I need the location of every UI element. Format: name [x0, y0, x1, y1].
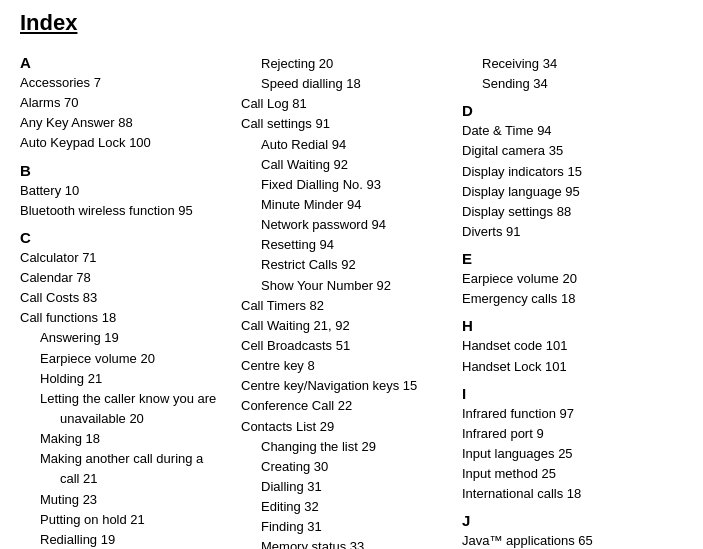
list-item: Call Log 81 [241, 94, 452, 114]
list-item: Call Waiting 21, 92 [241, 316, 452, 336]
list-item: Any Key Answer 88 [20, 113, 231, 133]
list-item: Finding 31 [241, 517, 452, 537]
list-item: Show Your Number 92 [241, 276, 452, 296]
page-title: Index [20, 10, 683, 36]
list-item: Call settings 91 [241, 114, 452, 134]
list-item: Editing 32 [241, 497, 452, 517]
list-item: Resetting 94 [241, 235, 452, 255]
column-1: A Accessories 7 Alarms 70 Any Key Answer… [20, 46, 241, 549]
list-item: Changing the list 29 [241, 437, 452, 457]
list-item: Calendar 78 [20, 268, 231, 288]
letter-c: C [20, 229, 231, 246]
list-item: Handset Lock 101 [462, 357, 673, 377]
list-item: Fixed Dialling No. 93 [241, 175, 452, 195]
list-item: Alarms 70 [20, 93, 231, 113]
list-item: Receiving 34 [462, 54, 673, 74]
list-item: Digital camera 35 [462, 141, 673, 161]
list-item: Call Waiting 92 [241, 155, 452, 175]
list-item: Creating 30 [241, 457, 452, 477]
list-item: Call functions 18 [20, 308, 231, 328]
list-item: Emergency calls 18 [462, 289, 673, 309]
list-item: Memory status 33 [241, 537, 452, 549]
list-item: Rejecting 20 [241, 54, 452, 74]
index-columns: A Accessories 7 Alarms 70 Any Key Answer… [20, 46, 683, 549]
list-item: Contacts List 29 [241, 417, 452, 437]
list-item: Minute Minder 94 [241, 195, 452, 215]
list-item: Restrict Calls 92 [241, 255, 452, 275]
list-item: Making another call during acall 21 [20, 449, 231, 489]
list-item: Centre key 8 [241, 356, 452, 376]
list-item: Sending 34 [462, 74, 673, 94]
list-item: Answering 19 [20, 328, 231, 348]
letter-d: D [462, 102, 673, 119]
letter-e: E [462, 250, 673, 267]
list-item: Call Costs 83 [20, 288, 231, 308]
letter-i: I [462, 385, 673, 402]
list-item: Making 18 [20, 429, 231, 449]
list-item: Date & Time 94 [462, 121, 673, 141]
list-item: Java™ applications 65 [462, 531, 673, 549]
list-item: International calls 18 [462, 484, 673, 504]
letter-h: H [462, 317, 673, 334]
list-item: Bluetooth wireless function 95 [20, 201, 231, 221]
list-item: Conference Call 22 [241, 396, 452, 416]
list-item: Auto Redial 94 [241, 135, 452, 155]
list-item: Input method 25 [462, 464, 673, 484]
list-item: Display indicators 15 [462, 162, 673, 182]
list-item: Battery 10 [20, 181, 231, 201]
list-item: Input languages 25 [462, 444, 673, 464]
list-item: Display language 95 [462, 182, 673, 202]
list-item: Holding 21 [20, 369, 231, 389]
column-3: Receiving 34 Sending 34 D Date & Time 94… [462, 46, 683, 549]
list-item: Centre key/Navigation keys 15 [241, 376, 452, 396]
list-item: Muting 23 [20, 490, 231, 510]
letter-a: A [20, 54, 231, 71]
list-item: Speed dialling 18 [241, 74, 452, 94]
list-item: Cell Broadcasts 51 [241, 336, 452, 356]
list-item: Earpiece volume 20 [462, 269, 673, 289]
list-item: Redialling 19 [20, 530, 231, 549]
list-item: Call Timers 82 [241, 296, 452, 316]
letter-j: J [462, 512, 673, 529]
list-item: Infrared port 9 [462, 424, 673, 444]
list-item: Dialling 31 [241, 477, 452, 497]
list-item: Earpiece volume 20 [20, 349, 231, 369]
list-item: Accessories 7 [20, 73, 231, 93]
list-item: Network password 94 [241, 215, 452, 235]
list-item: Calculator 71 [20, 248, 231, 268]
column-2: Rejecting 20 Speed dialling 18 Call Log … [241, 46, 462, 549]
list-item: Display settings 88 [462, 202, 673, 222]
list-item: Diverts 91 [462, 222, 673, 242]
letter-b: B [20, 162, 231, 179]
list-item: Infrared function 97 [462, 404, 673, 424]
list-item: Auto Keypad Lock 100 [20, 133, 231, 153]
list-item: Handset code 101 [462, 336, 673, 356]
list-item: Putting on hold 21 [20, 510, 231, 530]
list-item: Letting the caller know you areunavailab… [20, 389, 231, 429]
